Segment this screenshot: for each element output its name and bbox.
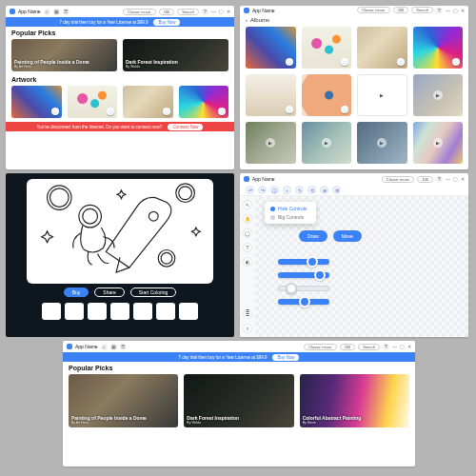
music-dropdown[interactable]: Classic music [123,9,155,15]
play-icon[interactable]: ▶ [433,90,443,100]
play-icon[interactable]: ▶ [322,138,331,148]
like-icon[interactable]: ♡ [218,108,226,115]
album-thumb[interactable]: ♡ [302,27,352,69]
slider-handle[interactable] [307,256,318,268]
coloring-thumb[interactable] [156,303,175,320]
toolbar-btn-1[interactable]: ⌂ [101,344,108,350]
music-dropdown[interactable]: Classic music [304,344,336,350]
close-button[interactable]: ✕ [407,344,411,349]
album-thumb-locked[interactable]: ▶ [246,122,296,164]
redo-icon[interactable]: ↷ [258,186,267,194]
zoom-icon[interactable]: ⊕ [320,186,328,194]
like-icon[interactable]: ♡ [163,108,170,115]
help-button[interactable]: ? [202,9,208,15]
maximize-button[interactable]: ▢ [219,9,224,14]
shape-tool-icon[interactable]: ◯ [243,228,252,238]
eyedrop-tool-icon[interactable]: ◐ [243,257,252,267]
connect-now-button[interactable]: Connect Now [168,124,203,130]
opacity-slider[interactable] [278,272,329,278]
music-dropdown[interactable]: Classic music [357,7,389,13]
settings-icon[interactable]: ⚙ [332,186,341,194]
album-thumb-sketch[interactable]: ▶ [357,74,407,116]
card-forest[interactable]: Dark Forest Inspiration By Waldo [123,39,228,71]
like-icon[interactable]: ♡ [341,106,348,113]
minimize-button[interactable]: — [392,344,397,349]
album-thumb[interactable]: ♡ [302,74,352,116]
album-thumb[interactable]: ♡ [246,74,296,116]
slider-handle[interactable] [299,296,310,307]
zoom-pill[interactable]: 100 [159,9,175,15]
coloring-thumb[interactable] [42,303,61,320]
coloring-thumb[interactable] [88,303,107,320]
move-pill[interactable]: Move [333,230,362,242]
brush-size-slider[interactable] [278,259,329,265]
play-icon[interactable]: ▶ [377,90,387,100]
search-input[interactable]: Search [358,344,380,350]
editor-canvas[interactable]: Hide Controls Big Controls Draw Move [255,196,468,337]
like-icon[interactable]: ♡ [286,58,293,66]
export-icon[interactable]: ⇪ [243,324,252,333]
rotate-icon[interactable]: ⟲ [307,186,316,194]
toolbar-btn-1[interactable]: ⌂ [44,9,50,15]
draw-pill[interactable]: Draw [299,230,327,242]
album-thumb-locked[interactable]: ▶ [357,122,407,164]
play-icon[interactable]: ▶ [377,138,387,148]
zoom-pill[interactable]: 100 [340,344,356,350]
play-icon[interactable]: ▶ [266,138,275,148]
music-dropdown[interactable]: Classic music [382,176,414,183]
album-thumb[interactable]: ♡ [413,27,464,69]
close-button[interactable]: ✕ [461,8,465,13]
toolbar-btn-2[interactable]: ▦ [110,344,117,350]
crop-icon[interactable]: ◫ [270,186,279,194]
card-abstract-hero[interactable]: Colorful Abstract Painting By Steve [300,374,409,427]
flow-slider[interactable] [278,299,329,305]
help-button[interactable]: ? [436,176,443,183]
zoom-pill[interactable]: 100 [393,7,409,13]
album-thumb-locked[interactable]: ▶ [413,74,464,116]
popover-big-controls[interactable]: Big Controls [270,214,310,220]
thumb-bunny[interactable]: ♡ [123,86,173,118]
toolbar-btn-3[interactable]: ☰ [63,9,69,15]
slider-handle[interactable] [314,269,326,281]
maximize-button[interactable]: ▢ [400,344,405,349]
card-fresco[interactable]: Painting of People Inside a Dome By Art … [11,39,117,71]
hardness-slider[interactable] [278,286,329,291]
like-icon[interactable]: ♡ [107,108,114,115]
popover-hide-controls[interactable]: Hide Controls [270,206,310,211]
brush-icon[interactable]: ✎ [295,186,304,194]
coloring-thumb[interactable] [179,303,198,320]
help-button[interactable]: ? [383,344,389,350]
buy-now-button[interactable]: Buy Now [272,354,299,361]
thumb-abstract[interactable]: ♡ [11,86,62,118]
thumb-dots[interactable]: ♡ [68,86,118,118]
album-thumb-locked[interactable]: ▶ [302,122,352,164]
coloring-thumb[interactable] [65,303,84,320]
undo-icon[interactable]: ↶ [246,186,254,194]
buy-now-button[interactable]: Buy Now [153,19,180,26]
slider-handle[interactable] [286,283,297,294]
buy-button[interactable]: Buy [64,288,89,297]
close-button[interactable]: ✕ [461,176,465,182]
like-icon[interactable]: ♡ [341,58,348,66]
maximize-button[interactable]: ▢ [453,176,458,182]
share-button[interactable]: Share [94,288,124,297]
like-icon[interactable]: ♡ [452,58,460,66]
minimize-button[interactable]: — [446,8,450,13]
like-icon[interactable]: ♡ [51,108,59,115]
text-tool-icon[interactable]: T [243,243,252,252]
add-icon[interactable]: ＋ [283,186,291,194]
minimize-button[interactable]: — [446,176,450,182]
zoom-pill[interactable]: 100 [417,176,433,183]
help-button[interactable]: ? [436,7,443,13]
like-icon[interactable]: ♡ [397,58,405,66]
toolbar-btn-3[interactable]: ☰ [120,344,127,350]
search-input[interactable]: Search [411,7,433,13]
play-icon[interactable]: ▶ [433,138,443,148]
thumb-splash[interactable]: ♡ [179,86,229,118]
card-forest[interactable]: Dark Forest Inspiration By Waldo [184,374,293,427]
pointer-tool-icon[interactable]: ↖ [243,200,252,209]
maximize-button[interactable]: ▢ [453,8,458,13]
coloring-thumb[interactable] [110,303,129,320]
coloring-thumb[interactable] [133,303,152,320]
search-input[interactable]: Search [177,9,199,15]
